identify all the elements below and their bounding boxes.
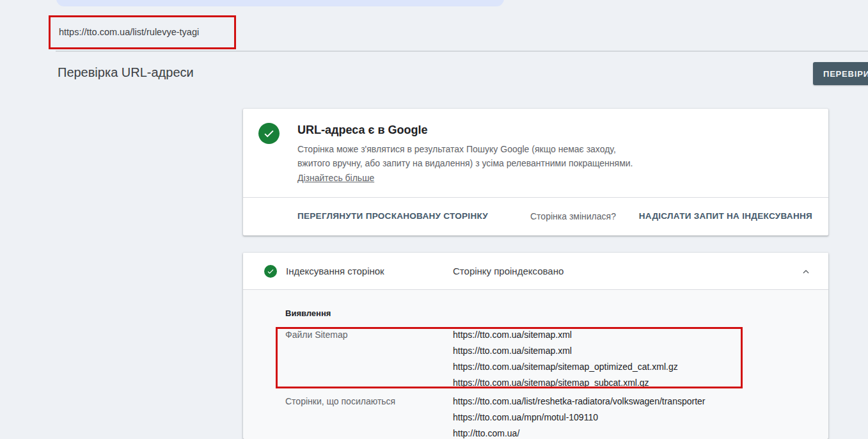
page-title: Перевірка URL-адреси — [58, 65, 194, 80]
discovery-section-heading: Виявлення — [285, 308, 331, 318]
status-description-line2: вжитого вручну, або запиту на видалення)… — [297, 156, 633, 170]
status-card-actions: ПЕРЕГЛЯНУТИ ПРОСКАНОВАНУ СТОРІНКУ Сторін… — [243, 197, 828, 235]
status-description-line1: Сторінка може з'являтися в результатах П… — [297, 142, 633, 156]
success-check-icon — [258, 123, 280, 144]
chevron-up-icon[interactable] — [801, 267, 810, 276]
sitemaps-label: Файли Sitemap — [285, 327, 348, 343]
header-divider — [56, 51, 868, 52]
indexing-success-check-icon — [264, 265, 277, 278]
sitemaps-values: https://tto.com.ua/sitemap.xml https://t… — [453, 327, 678, 391]
indexing-section-header[interactable]: Індексування сторінок Сторінку проіндекс… — [243, 253, 828, 290]
referring-page-url: http://tto.com.ua/ — [453, 426, 706, 439]
status-card-title: URL-адреса є в Google — [297, 124, 427, 137]
sitemap-url: https://tto.com.ua/sitemap.xml — [453, 343, 678, 359]
url-status-card: URL-адреса є в Google Сторінка може з'яв… — [243, 109, 828, 235]
test-url-button[interactable]: ПЕРЕВІРИТ — [813, 62, 868, 85]
page-changed-label: Сторінка змінилася? — [530, 197, 616, 235]
page-indexing-card: Індексування сторінок Сторінку проіндекс… — [243, 253, 828, 439]
request-indexing-button[interactable]: НАДІСЛАТИ ЗАПИТ НА ІНДЕКСУВАННЯ — [639, 197, 812, 235]
referring-pages-values: https://tto.com.ua/list/reshetka-radiato… — [453, 394, 706, 439]
referring-page-url: https://tto.com.ua/mpn/motul-109110 — [453, 410, 706, 426]
indexing-card-status: Сторінку проіндексовано — [453, 253, 564, 290]
search-bar-bottom-edge[interactable] — [56, 0, 504, 6]
inspected-url-text: https://tto.com.ua/list/rulevye-tyagi — [59, 15, 199, 49]
status-card-description: Сторінка може з'являтися в результатах П… — [297, 142, 633, 170]
referring-pages-label: Сторінки, що посилаються — [285, 394, 395, 410]
sitemap-url: https://tto.com.ua/sitemap/sitemap_optim… — [453, 359, 678, 375]
indexing-card-title: Індексування сторінок — [286, 253, 384, 290]
sitemap-url: https://tto.com.ua/sitemap/sitemap_subca… — [453, 375, 678, 391]
view-crawled-page-button[interactable]: ПЕРЕГЛЯНУТИ ПРОСКАНОВАНУ СТОРІНКУ — [297, 197, 488, 235]
sitemap-url: https://tto.com.ua/sitemap.xml — [453, 327, 678, 343]
learn-more-link[interactable]: Дізнайтесь більше — [297, 171, 374, 185]
referring-page-url: https://tto.com.ua/list/reshetka-radiato… — [453, 394, 706, 410]
